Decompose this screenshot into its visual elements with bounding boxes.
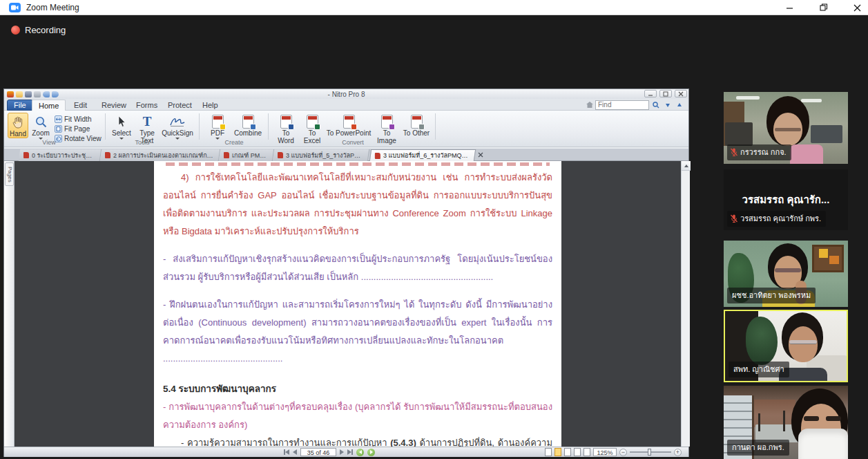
participant-tile-3[interactable]: ผชช.อาทิตยา พองพรหม (724, 241, 848, 307)
recording-indicator-icon (11, 26, 20, 35)
create-pdf-button[interactable]: PDF (206, 113, 229, 140)
last-page-button[interactable] (347, 449, 353, 455)
pdf-file-icon (212, 114, 224, 129)
ribbon: Hand Zoom Fit Width Fit Page Rotate View (4, 111, 688, 147)
signature-icon (169, 114, 186, 129)
document-tab-bar: 0 ระเบียบวาระประชุม Application R... 2 ผ… (4, 149, 688, 161)
zoom-slider[interactable] (630, 451, 671, 453)
word-doc-icon (280, 114, 292, 129)
tab-file[interactable]: File (7, 100, 33, 111)
fullscreen-view-icon[interactable] (584, 448, 590, 456)
zoom-level[interactable]: 125% (593, 448, 617, 456)
paragraph-technology: 4) การใช้เทคโนโลยีและพัฒนาเทคโนโลยีที่เห… (163, 169, 552, 241)
fit-width-icon (55, 115, 62, 123)
zoom-tool-button[interactable]: Zoom (30, 113, 51, 140)
participant-name-tag: กานดา ผอ.กพร. (727, 440, 789, 456)
nitro-titlebar: - Nitro Pro 8 (4, 89, 688, 99)
pdf-flag-icon (23, 152, 29, 158)
nitro-minimize-button[interactable] (644, 90, 657, 97)
view-group-label: View (32, 139, 66, 146)
page-indicator[interactable]: 35 of 46 (300, 448, 336, 456)
restore-button[interactable] (808, 0, 840, 15)
zoom-window-titlebar (0, 0, 868, 15)
tab-protect[interactable]: Protect (162, 100, 198, 111)
hand-tool-button[interactable]: Hand (8, 113, 28, 138)
search-icon[interactable] (651, 100, 661, 110)
single-page-view-icon[interactable] (545, 448, 552, 456)
paragraph-proactive: - ส่งเสริมการแก้ปัญหาเชิงรุกสร้างแนวคิดข… (163, 250, 552, 286)
image-doc-icon (381, 114, 393, 129)
pdf-flag-icon (375, 153, 380, 159)
chevron-down-icon (175, 138, 180, 140)
paragraph-self-training: - ฝึกฝนตนเองในการแก้ปัญหา และสามารถเริ่ม… (163, 296, 552, 368)
recording-label: Recording (25, 25, 66, 35)
participant-tile-1[interactable]: กรวรรณ กกจ. (724, 92, 848, 164)
doc-tab-5-active[interactable]: 3 แบบฟอร์มที่_6_รางวัลPMQA4.0_64_... (369, 149, 476, 161)
fit-width-button[interactable]: Fit Width (55, 115, 91, 124)
chevron-down-icon (119, 138, 124, 140)
previous-page-button[interactable] (293, 449, 297, 455)
minimize-button[interactable] (773, 0, 805, 15)
ribbon-tab-row: File Home Edit Review Forms Protect Help (4, 99, 688, 111)
tab-edit[interactable]: Edit (68, 100, 93, 111)
tab-help[interactable]: Help (196, 100, 224, 111)
pdf-page[interactable]: 4) การใช้เทคโนโลยีและพัฒนาเทคโนโลยีที่เห… (154, 161, 561, 447)
to-powerpoint-button[interactable]: To PowerPoint (326, 113, 372, 137)
doc-tab-1[interactable]: 0 ระเบียบวาระประชุม Application R... (19, 149, 102, 161)
participant-tile-4-active-speaker[interactable]: สพท. ญาณิชศา (724, 310, 848, 382)
to-image-button[interactable]: To Image (373, 113, 401, 144)
view-forward-button[interactable] (367, 449, 375, 456)
excel-doc-icon (307, 114, 318, 129)
to-word-button[interactable]: To Word (273, 113, 298, 144)
section-ref-543: (5.4.3) (390, 438, 416, 447)
next-page-button[interactable] (340, 449, 344, 455)
continuous-view-icon[interactable] (554, 448, 561, 456)
participant-name-tag: ผชช.อาทิตยา พองพรหม (727, 288, 816, 303)
zoom-out-button[interactable]: − (619, 449, 627, 456)
doc-tab-2[interactable]: 2 ผลการประเมินตนเองตามเกณฑ์การพัฒ... (100, 149, 220, 161)
powerpoint-doc-icon (343, 114, 355, 129)
tab-close-icon[interactable] (478, 152, 483, 158)
doc-tab-4[interactable]: 3 แบบฟอร์มที่_5_รางวัลPMQA4.0_64_... (273, 149, 369, 161)
doc-tab-3[interactable]: เกณฑ์ PMQA 4 (219, 149, 274, 161)
pdf-flag-icon (278, 152, 283, 158)
view-back-button[interactable] (356, 449, 364, 456)
tab-home[interactable]: Home (32, 100, 66, 111)
participant-tile-5[interactable]: กานดา ผอ.กพร. (724, 386, 848, 459)
paragraph-knowledge: - ความรู้ความสามารถในการทำงานและการแก้ปั… (163, 434, 552, 447)
fit-page-icon (55, 125, 62, 133)
pdf-flag-icon (105, 152, 110, 158)
nitro-maximize-button[interactable] (659, 90, 672, 97)
hand-icon (12, 115, 23, 130)
to-other-button[interactable]: To Other (402, 113, 431, 137)
to-excel-button[interactable]: To Excel (300, 113, 325, 144)
combine-button[interactable]: Combine (232, 113, 264, 137)
tab-review[interactable]: Review (95, 100, 133, 111)
quicksign-button[interactable]: QuickSign (160, 113, 195, 140)
zoom-slider-thumb[interactable] (648, 449, 651, 456)
find-input[interactable] (595, 100, 649, 110)
vertical-scrollbar[interactable] (681, 161, 690, 447)
find-prev-icon[interactable] (675, 100, 684, 110)
facing-continuous-view-icon[interactable] (574, 448, 581, 456)
zoom-in-button[interactable]: + (674, 449, 682, 456)
select-tool-button[interactable]: Select (109, 113, 134, 140)
nitro-window-title: - Nitro Pro 8 (4, 91, 688, 98)
window-title: Zoom Meeting (26, 3, 79, 12)
home-icon[interactable] (586, 102, 593, 108)
mic-muted-icon (731, 148, 737, 156)
tab-forms[interactable]: Forms (130, 100, 164, 111)
scroll-up-icon[interactable] (682, 161, 691, 171)
desktop-screen: Zoom Meeting Recording - Nitro Pro 8 (0, 0, 868, 459)
participant-tile-2[interactable]: วรสมรรถ คุณารัก... วรสมรรถ คุณารักษ์ กพร… (724, 169, 848, 230)
fit-page-button[interactable]: Fit Page (55, 124, 90, 133)
first-page-button[interactable] (284, 449, 289, 455)
nitro-close-button[interactable] (675, 90, 687, 97)
participant-name-tag: กรวรรณ กกจ. (727, 144, 791, 160)
other-doc-icon (411, 114, 423, 129)
close-button[interactable] (841, 0, 868, 15)
pages-panel-tab[interactable]: Pages (5, 162, 14, 186)
type-text-icon: T (143, 114, 152, 129)
find-next-icon[interactable] (663, 100, 673, 110)
facing-view-icon[interactable] (564, 448, 571, 456)
